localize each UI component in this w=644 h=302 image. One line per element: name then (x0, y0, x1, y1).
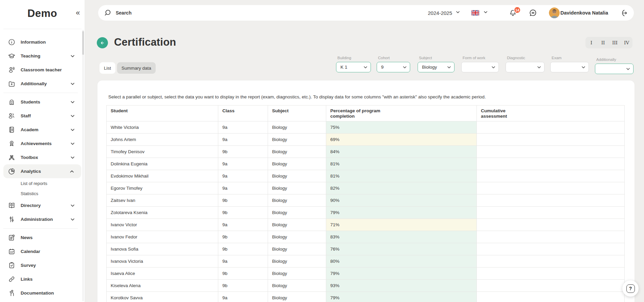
table-row: Ivanov Fedor9bBiology83% (107, 231, 625, 243)
cumulative-cell (477, 121, 625, 134)
language-select[interactable] (471, 5, 488, 21)
subject-cell: Biology (268, 207, 326, 219)
sidebar-item-teaching[interactable]: Teaching (0, 49, 82, 63)
sidebar-scrollbar[interactable] (82, 30, 84, 301)
messages-button[interactable] (529, 5, 537, 21)
cumulative-cell (477, 231, 625, 243)
class-cell: 9b (218, 146, 268, 158)
filter-exam-select[interactable] (550, 62, 589, 72)
sidebar-scrollbar-thumb[interactable] (82, 31, 84, 55)
filter-label: Form of work (463, 56, 485, 60)
filter-additionally-select[interactable] (595, 64, 634, 74)
filter-form-of-work-select[interactable] (461, 62, 499, 72)
sidebar-item-information[interactable]: Information (0, 35, 82, 49)
completion-cell: 93% (326, 280, 477, 292)
report-card: Select a parallel or subject, select the… (97, 80, 635, 302)
graduation-cap-icon (7, 52, 16, 60)
completion-cell: 69% (326, 134, 477, 146)
completion-cell: 81% (326, 158, 477, 170)
journal-icon (7, 126, 16, 134)
filter-cohort-select[interactable]: 9 (377, 62, 410, 72)
subject-cell: Biology (268, 182, 326, 194)
chevron-down-icon (456, 10, 460, 16)
sidebar-item-additionally[interactable]: Additionally (0, 77, 82, 91)
sidebar-item-label: Survey (21, 263, 36, 268)
search-input[interactable] (116, 5, 217, 21)
table-row: Evdokimov Mikhail9aBiology81% (107, 170, 625, 182)
sidebar-item-directory[interactable]: Directory (0, 199, 82, 212)
logout-button[interactable] (619, 5, 628, 21)
chevron-down-icon (70, 99, 75, 104)
sidebar-item-calendar[interactable]: Calendar (0, 245, 82, 258)
filter-label: Diagnostic (507, 56, 525, 60)
completion-cell: 76% (326, 243, 477, 255)
cumulative-cell (477, 170, 625, 182)
completion-cell: 90% (326, 194, 477, 207)
cumulative-cell (477, 280, 625, 292)
sidebar-item-staff[interactable]: Staff (0, 109, 82, 123)
help-button[interactable]: ? (622, 280, 639, 297)
completion-cell: 84% (326, 146, 477, 158)
filter-building-select[interactable]: K 1 (336, 62, 371, 72)
info-icon (7, 38, 16, 46)
column-header-subject: Subject (268, 106, 326, 121)
student-cell: Dolinkina Eugenia (107, 158, 218, 170)
chevron-down-icon (491, 65, 496, 70)
filter-value: Biology (422, 65, 437, 70)
class-cell: 9a (218, 121, 268, 134)
page-title: Certification (114, 36, 176, 48)
chevron-down-icon (70, 127, 75, 132)
academic-year-select[interactable]: 2024-2025 (428, 5, 460, 21)
subject-cell: Biology (268, 121, 326, 134)
class-cell: 9a (218, 134, 268, 146)
sidebar-item-administration[interactable]: Administration (0, 212, 82, 226)
quarter-button-iii[interactable]: III (609, 37, 621, 48)
sidebar-item-analytics[interactable]: Analytics (3, 164, 81, 178)
report-hint-text: Select a parallel or subject, select the… (108, 94, 616, 99)
quarter-button-iv[interactable]: IV (621, 37, 632, 48)
sidebar-item-documentation[interactable]: Documentation (0, 286, 82, 300)
sidebar-item-academ[interactable]: Academ (0, 123, 82, 137)
sidebar-collapse-button[interactable]: « (76, 9, 80, 17)
sidebar-item-label: Additionally (21, 81, 47, 86)
sidebar-item-students[interactable]: Students (0, 95, 82, 109)
person-speaking-icon (7, 66, 16, 74)
cumulative-cell (477, 194, 625, 207)
sidebar-item-news[interactable]: News (0, 231, 82, 245)
quarter-button-i[interactable]: I (585, 37, 597, 48)
subject-cell: Biology (268, 268, 326, 280)
tab-list[interactable]: List (99, 62, 115, 74)
sidebar-item-survey[interactable]: Survey (0, 258, 82, 272)
table-row: Ivanov Victor9aBiology71% (107, 219, 625, 231)
cumulative-cell (477, 146, 625, 158)
filter-diagnostic-select[interactable] (506, 62, 545, 72)
student-cell: Ivanova Victoria (107, 255, 218, 268)
avatar[interactable] (549, 7, 560, 18)
chevron-down-icon (70, 141, 75, 146)
table-row: Korotkov Savva9aBiology79% (107, 292, 625, 302)
sidebar-item-classroom-teacher[interactable]: Classroom teacher (0, 63, 82, 77)
chevron-down-icon (70, 217, 75, 222)
filter-subject-select[interactable]: Biology (418, 62, 454, 72)
sidebar-item-toolbox[interactable]: Toolbox (0, 150, 82, 164)
subject-cell: Biology (268, 170, 326, 182)
class-cell: 9b (218, 207, 268, 219)
user-name[interactable]: Davidenkova Natalia (560, 5, 608, 21)
table-row: Ivanova Victoria9aBiology80% (107, 255, 625, 268)
student-cell: Ivanova Sofia (107, 243, 218, 255)
sidebar-item-label: Teaching (21, 53, 40, 59)
filter-diagnostic: Diagnostic (506, 62, 545, 72)
sidebar-subitem-list-of-reports[interactable]: List of reports (0, 178, 82, 188)
tab-summary-data[interactable]: Summary data (117, 62, 156, 74)
calendar-icon (7, 248, 16, 256)
back-button[interactable] (97, 37, 108, 48)
chevron-down-icon (363, 65, 368, 70)
sidebar-item-links[interactable]: Links (0, 272, 82, 286)
subject-cell: Biology (268, 231, 326, 243)
sidebar-subitem-statistics[interactable]: Statistics (0, 188, 82, 199)
filter-label: Additionally (596, 57, 616, 62)
sidebar-divider (3, 93, 78, 93)
completion-cell: 79% (326, 207, 477, 219)
quarter-button-ii[interactable]: II (597, 37, 609, 48)
sidebar-item-achievements[interactable]: Achievements (0, 137, 82, 150)
